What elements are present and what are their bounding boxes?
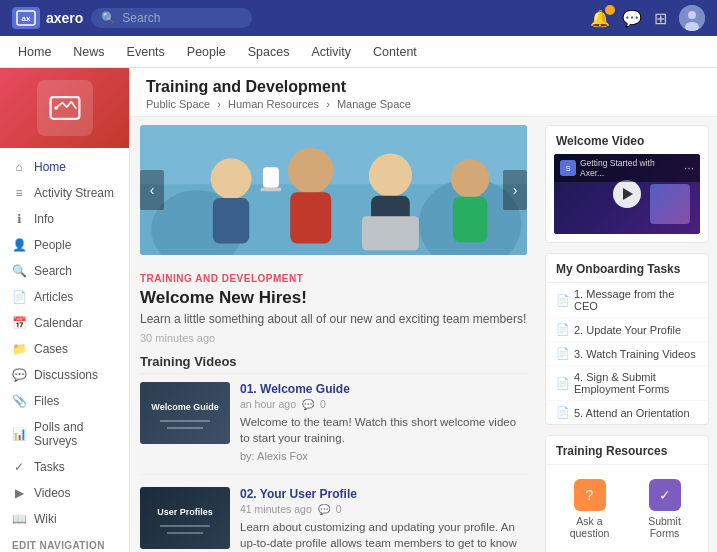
search-box[interactable]: 🔍 — [91, 8, 252, 28]
video-num-1[interactable]: 01. Welcome Guide — [240, 382, 527, 396]
video-meta-2: 41 minutes ago 💬 0 — [240, 503, 527, 515]
sidebar: ⌂ Home ≡ Activity Stream ℹ Info 👤 People… — [0, 68, 130, 552]
nav-spaces[interactable]: Spaces — [246, 45, 292, 59]
search-input[interactable] — [122, 11, 242, 25]
ask-question-label: Ask a question — [558, 515, 621, 539]
nav-home[interactable]: Home — [16, 45, 53, 59]
svg-rect-17 — [362, 216, 419, 250]
svg-point-6 — [54, 106, 58, 110]
video-comments-2: 0 — [336, 503, 342, 515]
task-label-2: 2. Update Your Profile — [574, 324, 681, 336]
main-content: ‹ › TRAINING AND DEVELOPMENT Welcome New… — [130, 117, 717, 552]
sidebar-item-discussions[interactable]: 💬 Discussions — [0, 362, 129, 388]
onboarding-tasks-card: My Onboarding Tasks 📄 1. Message from th… — [545, 253, 709, 425]
video-options-icon[interactable]: ··· — [684, 161, 694, 175]
sidebar-item-articles[interactable]: 📄 Articles — [0, 284, 129, 310]
activity-stream-icon: ≡ — [12, 186, 26, 200]
calendar-icon: 📅 — [12, 316, 26, 330]
carousel-prev-button[interactable]: ‹ — [140, 170, 164, 210]
content-area: Training and Development Public Space › … — [130, 68, 717, 552]
sidebar-item-cases[interactable]: 📁 Cases — [0, 336, 129, 362]
secondary-nav: Home News Events People Spaces Activity … — [0, 36, 717, 68]
video-thumb-2[interactable]: User Profiles — [140, 487, 230, 549]
breadcrumb-public[interactable]: Public Space — [146, 98, 210, 110]
announcement-title[interactable]: Welcome New Hires! — [140, 288, 527, 308]
nav-activity[interactable]: Activity — [309, 45, 353, 59]
nav-content[interactable]: Content — [371, 45, 419, 59]
grid-icon[interactable]: ⊞ — [654, 9, 667, 28]
logo: ax axero — [12, 7, 83, 29]
sidebar-item-activity-stream[interactable]: ≡ Activity Stream — [0, 180, 129, 206]
sidebar-item-people[interactable]: 👤 People — [0, 232, 129, 258]
svg-text:ax: ax — [22, 14, 31, 23]
sidebar-menu: ⌂ Home ≡ Activity Stream ℹ Info 👤 People… — [0, 148, 129, 552]
svg-rect-20 — [263, 167, 279, 187]
nav-news[interactable]: News — [71, 45, 106, 59]
task-icon-5: 📄 — [556, 406, 568, 419]
svg-point-15 — [369, 154, 412, 197]
center-column: ‹ › TRAINING AND DEVELOPMENT Welcome New… — [130, 117, 537, 552]
sidebar-item-polls[interactable]: 📊 Polls and Surveys — [0, 414, 129, 454]
sidebar-item-search[interactable]: 🔍 Search — [0, 258, 129, 284]
video-player[interactable]: S Getting Started with Axer... ··· — [554, 154, 700, 234]
video-desc-1: Welcome to the team! Watch this short we… — [240, 414, 527, 446]
resource-ask-question[interactable]: ? Ask a question — [554, 471, 625, 547]
articles-icon: 📄 — [12, 290, 26, 304]
video-time-1: an hour ago — [240, 398, 296, 410]
task-item-3[interactable]: 📄 3. Watch Training Videos — [546, 342, 708, 366]
sidebar-item-home[interactable]: ⌂ Home — [0, 154, 129, 180]
edit-nav-label: Edit Navigation — [0, 532, 129, 552]
task-item-1[interactable]: 📄 1. Message from the CEO — [546, 283, 708, 318]
nav-icons: 🔔 💬 ⊞ — [590, 5, 705, 31]
video-desc-2: Learn about customizing and updating you… — [240, 519, 527, 552]
nav-people[interactable]: People — [185, 45, 228, 59]
sidebar-item-calendar[interactable]: 📅 Calendar — [0, 310, 129, 336]
logo-icon: ax — [12, 7, 40, 29]
breadcrumb-hr[interactable]: Human Resources — [228, 98, 319, 110]
task-item-2[interactable]: 📄 2. Update Your Profile — [546, 318, 708, 342]
tasks-icon: ✓ — [12, 460, 26, 474]
task-item-4[interactable]: 📄 4. Sign & Submit Employment Forms — [546, 366, 708, 401]
training-videos-title: Training Videos — [140, 354, 527, 374]
wiki-icon: 📖 — [12, 512, 26, 526]
sidebar-item-files[interactable]: 📎 Files — [0, 388, 129, 414]
sidebar-space-icon — [37, 80, 93, 136]
play-button[interactable] — [613, 180, 641, 208]
video-num-2[interactable]: 02. Your User Profile — [240, 487, 527, 501]
svg-rect-12 — [213, 198, 249, 244]
carousel-next-button[interactable]: › — [503, 170, 527, 210]
video-card-1: Welcome Guide 01. Welcome Guide an hour … — [140, 382, 527, 475]
task-item-5[interactable]: 📄 5. Attend an Orientation — [546, 401, 708, 424]
video-author-1: by: Alexis Fox — [240, 450, 527, 462]
people-icon: 👤 — [12, 238, 26, 252]
task-label-1: 1. Message from the CEO — [574, 288, 698, 312]
sidebar-item-tasks[interactable]: ✓ Tasks — [0, 454, 129, 480]
welcome-video-header: Welcome Video — [546, 126, 708, 154]
task-icon-3: 📄 — [556, 347, 568, 360]
onboarding-tasks-header: My Onboarding Tasks — [546, 254, 708, 283]
task-icon-1: 📄 — [556, 294, 568, 307]
sidebar-item-videos[interactable]: ▶ Videos — [0, 480, 129, 506]
sidebar-logo-area — [0, 68, 129, 148]
avatar[interactable] — [679, 5, 705, 31]
comment-icon-1: 💬 — [302, 399, 314, 410]
video-thumb-1[interactable]: Welcome Guide — [140, 382, 230, 444]
video-meta-1: an hour ago 💬 0 — [240, 398, 527, 410]
svg-rect-14 — [290, 192, 331, 243]
notification-icon[interactable]: 🔔 — [590, 9, 610, 28]
resources-grid: ? Ask a question ✓ Submit Forms 💬 Discus… — [546, 465, 708, 552]
top-nav: ax axero 🔍 🔔 💬 ⊞ — [0, 0, 717, 36]
sidebar-item-info[interactable]: ℹ Info — [0, 206, 129, 232]
video-title-bar: S Getting Started with Axer... ··· — [554, 154, 700, 182]
task-icon-4: 📄 — [556, 377, 568, 390]
breadcrumb-manage[interactable]: Manage Space — [337, 98, 411, 110]
nav-events[interactable]: Events — [125, 45, 167, 59]
video-thumb-1-text: Welcome Guide — [147, 398, 222, 416]
files-icon: 📎 — [12, 394, 26, 408]
comment-icon-2: 💬 — [318, 504, 330, 515]
resource-submit-forms[interactable]: ✓ Submit Forms — [629, 471, 700, 547]
chat-icon[interactable]: 💬 — [622, 9, 642, 28]
svg-point-11 — [211, 158, 252, 199]
sidebar-item-wiki[interactable]: 📖 Wiki — [0, 506, 129, 532]
svg-rect-19 — [453, 197, 487, 243]
